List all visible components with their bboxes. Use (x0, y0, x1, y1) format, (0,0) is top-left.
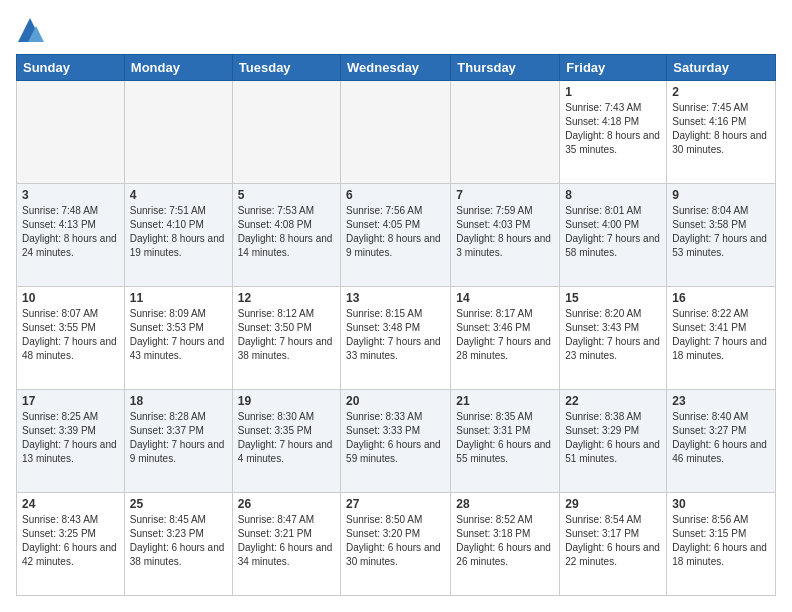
calendar-cell: 15Sunrise: 8:20 AM Sunset: 3:43 PM Dayli… (560, 287, 667, 390)
day-info: Sunrise: 8:56 AM Sunset: 3:15 PM Dayligh… (672, 513, 770, 569)
day-info: Sunrise: 7:48 AM Sunset: 4:13 PM Dayligh… (22, 204, 119, 260)
calendar-cell: 2Sunrise: 7:45 AM Sunset: 4:16 PM Daylig… (667, 81, 776, 184)
day-info: Sunrise: 8:28 AM Sunset: 3:37 PM Dayligh… (130, 410, 227, 466)
calendar-cell: 22Sunrise: 8:38 AM Sunset: 3:29 PM Dayli… (560, 390, 667, 493)
day-info: Sunrise: 8:17 AM Sunset: 3:46 PM Dayligh… (456, 307, 554, 363)
calendar-cell: 7Sunrise: 7:59 AM Sunset: 4:03 PM Daylig… (451, 184, 560, 287)
calendar-cell: 14Sunrise: 8:17 AM Sunset: 3:46 PM Dayli… (451, 287, 560, 390)
day-number: 13 (346, 291, 445, 305)
weekday-header-monday: Monday (124, 55, 232, 81)
day-info: Sunrise: 8:52 AM Sunset: 3:18 PM Dayligh… (456, 513, 554, 569)
day-info: Sunrise: 8:40 AM Sunset: 3:27 PM Dayligh… (672, 410, 770, 466)
calendar-cell: 1Sunrise: 7:43 AM Sunset: 4:18 PM Daylig… (560, 81, 667, 184)
day-info: Sunrise: 7:59 AM Sunset: 4:03 PM Dayligh… (456, 204, 554, 260)
day-number: 24 (22, 497, 119, 511)
calendar-cell: 6Sunrise: 7:56 AM Sunset: 4:05 PM Daylig… (341, 184, 451, 287)
day-number: 7 (456, 188, 554, 202)
calendar-cell: 4Sunrise: 7:51 AM Sunset: 4:10 PM Daylig… (124, 184, 232, 287)
day-number: 28 (456, 497, 554, 511)
calendar-cell: 9Sunrise: 8:04 AM Sunset: 3:58 PM Daylig… (667, 184, 776, 287)
day-number: 21 (456, 394, 554, 408)
calendar-cell: 13Sunrise: 8:15 AM Sunset: 3:48 PM Dayli… (341, 287, 451, 390)
day-info: Sunrise: 8:09 AM Sunset: 3:53 PM Dayligh… (130, 307, 227, 363)
calendar-week-row: 10Sunrise: 8:07 AM Sunset: 3:55 PM Dayli… (17, 287, 776, 390)
day-info: Sunrise: 8:47 AM Sunset: 3:21 PM Dayligh… (238, 513, 335, 569)
day-number: 26 (238, 497, 335, 511)
weekday-header-saturday: Saturday (667, 55, 776, 81)
day-number: 2 (672, 85, 770, 99)
day-number: 5 (238, 188, 335, 202)
calendar-cell: 19Sunrise: 8:30 AM Sunset: 3:35 PM Dayli… (232, 390, 340, 493)
day-info: Sunrise: 8:35 AM Sunset: 3:31 PM Dayligh… (456, 410, 554, 466)
weekday-header-friday: Friday (560, 55, 667, 81)
day-info: Sunrise: 8:04 AM Sunset: 3:58 PM Dayligh… (672, 204, 770, 260)
weekday-header-thursday: Thursday (451, 55, 560, 81)
calendar-cell (17, 81, 125, 184)
page: SundayMondayTuesdayWednesdayThursdayFrid… (0, 0, 792, 612)
calendar-week-row: 1Sunrise: 7:43 AM Sunset: 4:18 PM Daylig… (17, 81, 776, 184)
calendar-cell: 28Sunrise: 8:52 AM Sunset: 3:18 PM Dayli… (451, 493, 560, 596)
day-info: Sunrise: 8:33 AM Sunset: 3:33 PM Dayligh… (346, 410, 445, 466)
weekday-header-wednesday: Wednesday (341, 55, 451, 81)
day-number: 25 (130, 497, 227, 511)
logo-icon (16, 16, 44, 44)
calendar-cell (341, 81, 451, 184)
calendar-cell: 3Sunrise: 7:48 AM Sunset: 4:13 PM Daylig… (17, 184, 125, 287)
day-number: 3 (22, 188, 119, 202)
calendar: SundayMondayTuesdayWednesdayThursdayFrid… (16, 54, 776, 596)
day-info: Sunrise: 7:56 AM Sunset: 4:05 PM Dayligh… (346, 204, 445, 260)
calendar-cell: 11Sunrise: 8:09 AM Sunset: 3:53 PM Dayli… (124, 287, 232, 390)
day-number: 4 (130, 188, 227, 202)
day-number: 9 (672, 188, 770, 202)
day-number: 23 (672, 394, 770, 408)
day-info: Sunrise: 8:43 AM Sunset: 3:25 PM Dayligh… (22, 513, 119, 569)
day-number: 20 (346, 394, 445, 408)
day-info: Sunrise: 8:20 AM Sunset: 3:43 PM Dayligh… (565, 307, 661, 363)
day-info: Sunrise: 8:38 AM Sunset: 3:29 PM Dayligh… (565, 410, 661, 466)
calendar-week-row: 24Sunrise: 8:43 AM Sunset: 3:25 PM Dayli… (17, 493, 776, 596)
calendar-cell: 30Sunrise: 8:56 AM Sunset: 3:15 PM Dayli… (667, 493, 776, 596)
day-info: Sunrise: 7:45 AM Sunset: 4:16 PM Dayligh… (672, 101, 770, 157)
day-info: Sunrise: 8:25 AM Sunset: 3:39 PM Dayligh… (22, 410, 119, 466)
calendar-cell: 10Sunrise: 8:07 AM Sunset: 3:55 PM Dayli… (17, 287, 125, 390)
weekday-header-row: SundayMondayTuesdayWednesdayThursdayFrid… (17, 55, 776, 81)
calendar-cell: 18Sunrise: 8:28 AM Sunset: 3:37 PM Dayli… (124, 390, 232, 493)
day-number: 15 (565, 291, 661, 305)
day-info: Sunrise: 7:51 AM Sunset: 4:10 PM Dayligh… (130, 204, 227, 260)
calendar-cell: 21Sunrise: 8:35 AM Sunset: 3:31 PM Dayli… (451, 390, 560, 493)
day-info: Sunrise: 8:07 AM Sunset: 3:55 PM Dayligh… (22, 307, 119, 363)
day-number: 17 (22, 394, 119, 408)
calendar-cell: 24Sunrise: 8:43 AM Sunset: 3:25 PM Dayli… (17, 493, 125, 596)
header (16, 16, 776, 44)
calendar-cell: 25Sunrise: 8:45 AM Sunset: 3:23 PM Dayli… (124, 493, 232, 596)
day-number: 27 (346, 497, 445, 511)
day-info: Sunrise: 7:43 AM Sunset: 4:18 PM Dayligh… (565, 101, 661, 157)
calendar-cell: 5Sunrise: 7:53 AM Sunset: 4:08 PM Daylig… (232, 184, 340, 287)
day-info: Sunrise: 8:12 AM Sunset: 3:50 PM Dayligh… (238, 307, 335, 363)
weekday-header-tuesday: Tuesday (232, 55, 340, 81)
day-number: 8 (565, 188, 661, 202)
day-number: 14 (456, 291, 554, 305)
day-info: Sunrise: 8:50 AM Sunset: 3:20 PM Dayligh… (346, 513, 445, 569)
day-info: Sunrise: 8:15 AM Sunset: 3:48 PM Dayligh… (346, 307, 445, 363)
weekday-header-sunday: Sunday (17, 55, 125, 81)
calendar-cell (124, 81, 232, 184)
day-number: 6 (346, 188, 445, 202)
calendar-cell: 23Sunrise: 8:40 AM Sunset: 3:27 PM Dayli… (667, 390, 776, 493)
day-number: 30 (672, 497, 770, 511)
day-number: 12 (238, 291, 335, 305)
calendar-cell: 16Sunrise: 8:22 AM Sunset: 3:41 PM Dayli… (667, 287, 776, 390)
calendar-cell: 27Sunrise: 8:50 AM Sunset: 3:20 PM Dayli… (341, 493, 451, 596)
day-info: Sunrise: 8:22 AM Sunset: 3:41 PM Dayligh… (672, 307, 770, 363)
day-info: Sunrise: 8:01 AM Sunset: 4:00 PM Dayligh… (565, 204, 661, 260)
calendar-week-row: 17Sunrise: 8:25 AM Sunset: 3:39 PM Dayli… (17, 390, 776, 493)
day-number: 11 (130, 291, 227, 305)
calendar-cell: 17Sunrise: 8:25 AM Sunset: 3:39 PM Dayli… (17, 390, 125, 493)
day-info: Sunrise: 8:45 AM Sunset: 3:23 PM Dayligh… (130, 513, 227, 569)
day-number: 22 (565, 394, 661, 408)
day-number: 16 (672, 291, 770, 305)
day-number: 29 (565, 497, 661, 511)
logo (16, 16, 46, 44)
calendar-cell: 12Sunrise: 8:12 AM Sunset: 3:50 PM Dayli… (232, 287, 340, 390)
calendar-week-row: 3Sunrise: 7:48 AM Sunset: 4:13 PM Daylig… (17, 184, 776, 287)
